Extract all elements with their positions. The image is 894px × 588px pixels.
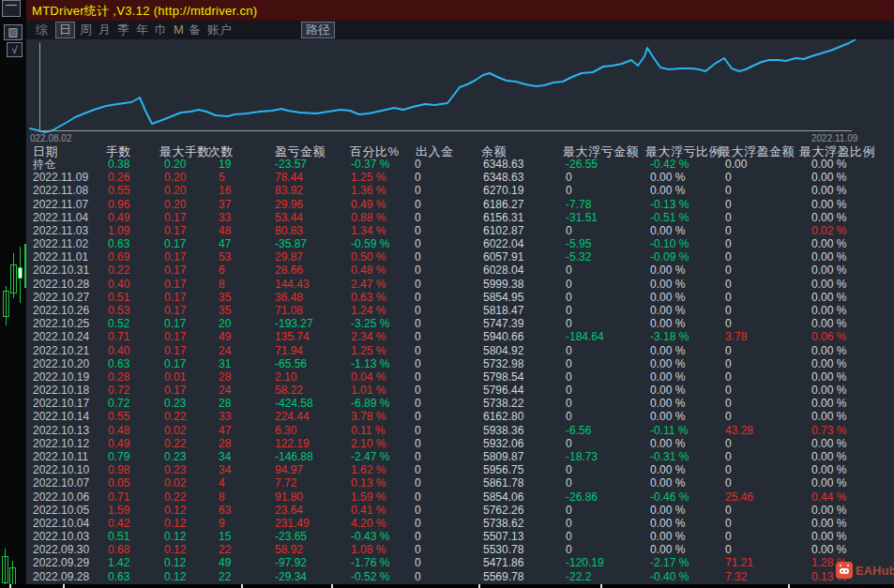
cell-value: 48 [219, 224, 231, 237]
cell-date: 2022.09.29 [33, 556, 89, 569]
cell-value: 0.00 % [650, 357, 685, 370]
cell-value: 83.92 [275, 184, 303, 197]
menu-item-8[interactable]: M [171, 23, 187, 38]
cell-value: 0 [415, 463, 421, 476]
menu-item-1[interactable]: 综 [33, 23, 51, 38]
cell-value: 5938.36 [483, 424, 523, 437]
cell-value: 0 [566, 384, 572, 397]
cell-value: 0 [415, 158, 421, 171]
sqrt-icon[interactable]: √ [7, 42, 23, 57]
cell-value: 25.46 [725, 490, 753, 504]
cell-value: -184.64 [566, 330, 604, 343]
table-row: 2022.10.060.710.22891.801.59 %05854.06-2… [26, 490, 894, 504]
table-row: 2022.10.040.420.129231.494.20 %05738.620… [26, 517, 894, 530]
cell-value: 47 [219, 424, 231, 437]
cell-value: 4.20 % [351, 517, 386, 530]
titlebar[interactable]: MTDriver统计 ,V3.12 (http://mtdriver.cn) [26, 0, 894, 21]
window-title: MTDriver统计 ,V3.12 (http://mtdriver.cn) [32, 3, 257, 20]
cell-date: 2022.10.24 [33, 330, 89, 343]
cell-value: 1.25 % [351, 171, 386, 184]
cell-value: 0.72 [108, 397, 129, 410]
cell-value: 0 [415, 517, 421, 530]
cell-value: 0.63 % [351, 291, 386, 304]
window-restore-icon[interactable] [2, 0, 21, 17]
cell-value: 0.17 [164, 224, 186, 237]
cell-date: 2022.10.03 [33, 530, 89, 543]
cell-value: -2.17 % [650, 556, 689, 569]
cell-value: 0 [415, 171, 421, 184]
cell-value: 0.00 % [811, 278, 846, 291]
cell-value: 0.12 [164, 556, 186, 569]
cell-date: 2022.10.10 [33, 463, 89, 476]
cell-value: 0.49 [108, 211, 129, 224]
cell-value: 0 [566, 264, 572, 277]
menu-item-2[interactable]: 日 [56, 23, 74, 38]
cell-value: 6162.80 [483, 410, 523, 423]
cell-value: 0.12 [164, 530, 186, 543]
cell-value: 0 [566, 463, 572, 476]
cell-value: 5818.47 [483, 304, 523, 317]
cell-value: 0.12 [164, 543, 186, 556]
cell-value: 37 [219, 198, 231, 211]
cell-value: 0 [725, 504, 732, 517]
cell-value: 36.48 [275, 291, 303, 304]
cell-value: -0.09 % [650, 250, 689, 264]
table-row: 2022.10.070.050.0247.720.13 %05861.7800.… [26, 476, 894, 490]
cell-value: 33 [219, 211, 231, 224]
cell-value: 7.32 [725, 570, 747, 583]
cell-value: 0.73 % [811, 424, 846, 437]
cell-value: 5 [219, 171, 225, 184]
cell-value: -23.57 [275, 158, 307, 171]
chart-y-axis [39, 43, 40, 131]
cell-value: 28.66 [275, 264, 303, 277]
cell-value: 0.00 % [811, 291, 846, 304]
menu-item-6[interactable]: 年 [133, 23, 151, 38]
cell-value: 0.51 [108, 291, 129, 304]
menu-item-5[interactable]: 季 [114, 23, 132, 38]
cell-value: 0 [566, 530, 572, 543]
status-strip-tick [788, 584, 790, 588]
cell-value: 24 [219, 344, 231, 357]
cell-value: 0.00 % [650, 344, 685, 357]
cell-date: 2022.10.20 [33, 357, 89, 370]
table-row: 2022.10.130.480.02476.300.11 %05938.36-6… [26, 424, 894, 437]
menu-item-9[interactable]: 备 [186, 23, 204, 38]
cell-value: 0.00 % [650, 264, 685, 277]
cell-value: 0.00 % [811, 211, 846, 224]
cell-date: 持仓 [33, 158, 55, 171]
cell-value: 0.38 [108, 158, 129, 171]
cell-value: 28 [219, 397, 231, 410]
cell-value: 231.49 [275, 517, 310, 530]
cell-value: 0.17 [164, 278, 186, 291]
cell-value: 6057.91 [483, 250, 523, 264]
cell-value: 5854.06 [483, 490, 523, 504]
cell-value: 0 [415, 476, 421, 490]
cell-date: 2022.10.13 [33, 424, 89, 437]
cell-value: 0.02 [164, 424, 186, 437]
cell-value: 0.42 [108, 517, 129, 530]
menu-item-4[interactable]: 月 [96, 23, 114, 38]
cell-value: 0 [415, 410, 421, 423]
cell-value: -193.27 [275, 317, 313, 330]
cell-value: 0.17 [164, 237, 186, 250]
indicator-grid-icon[interactable]: ▨ [4, 24, 23, 40]
cell-value: 0 [566, 357, 572, 370]
path-button[interactable]: 路径 [302, 23, 334, 38]
cell-value: 1.01 % [351, 384, 386, 397]
status-strip-tick [600, 584, 602, 588]
table-row: 2022.11.010.690.175329.870.50 %06057.91-… [26, 250, 894, 264]
cell-value: 0.00 % [650, 397, 685, 410]
cell-value: 135.74 [275, 330, 310, 343]
cell-value: 0.04 % [351, 370, 386, 384]
cell-value: 0 [725, 264, 732, 277]
cell-value: 0.23 [164, 397, 186, 410]
menu-item-7[interactable]: 巾 [152, 23, 170, 38]
cell-value: -0.11 % [650, 424, 688, 437]
cell-value: -3.18 % [650, 330, 689, 343]
cell-value: 0.79 [108, 450, 129, 463]
cell-value: 0 [725, 184, 732, 197]
cell-value: 5940.66 [483, 330, 523, 343]
menu-item-10[interactable]: 账户 [205, 23, 235, 38]
cell-value: 0.02 % [811, 224, 846, 237]
menu-item-3[interactable]: 周 [77, 23, 95, 38]
